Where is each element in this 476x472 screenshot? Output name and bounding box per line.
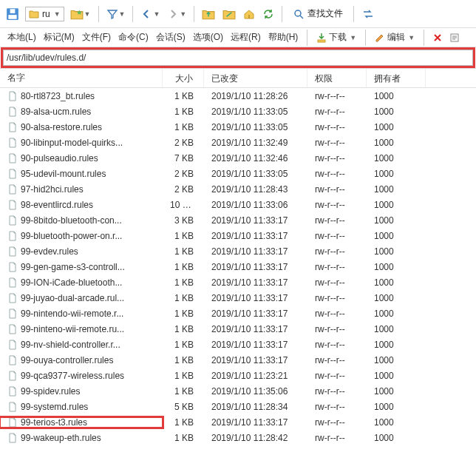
cell-size: 1 KB xyxy=(163,355,204,365)
table-row[interactable]: 90-alsa-restore.rules1 KB2019/1/10 11:33… xyxy=(0,119,476,135)
menu-help[interactable]: 帮助(H) xyxy=(265,30,302,45)
table-row[interactable]: 80-rtl8723_bt.rules1 KB2019/1/10 11:28:2… xyxy=(0,88,476,104)
file-icon xyxy=(7,138,18,148)
properties-button[interactable] xyxy=(446,31,463,44)
back-button[interactable]: ▼ xyxy=(139,5,161,23)
root-dir-button[interactable] xyxy=(221,5,237,23)
cell-perm: rw-r--r-- xyxy=(307,215,367,226)
cell-size: 1 KB xyxy=(163,371,204,381)
cell-date: 2019/1/10 11:33:17 xyxy=(204,277,307,288)
cell-name: 99-nintendo-wii-remote.r... xyxy=(0,309,163,319)
svg-rect-5 xyxy=(318,40,325,42)
cell-owner: 1000 xyxy=(367,107,426,117)
file-icon xyxy=(7,169,18,179)
table-row[interactable]: 99-8bitdo-bluetooth-con...3 KB2019/1/10 … xyxy=(0,212,476,228)
table-row[interactable]: 99-wakeup-eth.rules1 KB2019/1/10 11:28:4… xyxy=(0,430,476,445)
file-icon xyxy=(7,277,18,288)
table-row[interactable]: 99-nintendo-wii-remote.r...1 KB2019/1/10… xyxy=(0,306,476,321)
cell-owner: 1000 xyxy=(367,386,426,397)
edit-button[interactable]: 编辑 ▼ xyxy=(372,30,418,45)
cell-perm: rw-r--r-- xyxy=(307,324,367,334)
table-row[interactable]: 99-ninteno-wii-remote.ru...1 KB2019/1/10… xyxy=(0,321,476,337)
table-row[interactable]: 99-nv-shield-controller.r...1 KB2019/1/1… xyxy=(0,337,476,352)
separator xyxy=(282,6,282,22)
home-dir-button[interactable] xyxy=(242,5,256,23)
delete-button[interactable] xyxy=(430,32,445,44)
cell-owner: 1000 xyxy=(367,231,426,241)
cell-owner: 1000 xyxy=(367,371,426,381)
table-row[interactable]: 99-systemd.rules5 KB2019/1/10 11:28:34rw… xyxy=(0,399,476,414)
table-row[interactable]: 99-gen-game-s3-controll...1 KB2019/1/10 … xyxy=(0,259,476,274)
cell-date: 2019/1/10 11:33:17 xyxy=(204,215,307,226)
cell-name: 99-nv-shield-controller.r... xyxy=(0,340,163,350)
file-name-text: 99-8bitdo-bluetooth-con... xyxy=(21,215,122,226)
download-button[interactable]: 下载 ▼ xyxy=(313,30,359,45)
cell-owner: 1000 xyxy=(367,309,426,319)
file-name-text: 90-libinput-model-quirks... xyxy=(21,138,123,148)
menu-local[interactable]: 本地(L) xyxy=(4,30,39,45)
find-files-button[interactable]: 查找文件 xyxy=(288,5,347,23)
session-save-button[interactable] xyxy=(4,5,21,23)
table-row[interactable]: 90-pulseaudio.rules7 KB2019/1/10 11:32:4… xyxy=(0,150,476,166)
parent-dir-button[interactable] xyxy=(200,5,217,23)
table-row[interactable]: 99-spidev.rules1 KB2019/1/10 11:35:06rw-… xyxy=(0,383,476,399)
file-icon xyxy=(7,340,18,350)
file-icon xyxy=(7,293,18,303)
table-row[interactable]: 97-hid2hci.rules2 KB2019/1/10 11:28:43rw… xyxy=(0,181,476,197)
new-tab-button[interactable]: ▼ xyxy=(69,5,92,23)
table-row[interactable]: 89-alsa-ucm.rules1 KB2019/1/10 11:33:05r… xyxy=(0,104,476,119)
menu-remote[interactable]: 远程(R) xyxy=(228,30,264,45)
chevron-down-icon: ▼ xyxy=(408,34,415,41)
sync-button[interactable] xyxy=(360,5,376,23)
file-icon xyxy=(7,231,18,241)
header-changed[interactable]: 已改变 xyxy=(204,69,307,87)
cell-perm: rw-r--r-- xyxy=(307,169,367,179)
cell-owner: 1000 xyxy=(367,417,426,428)
path-text: /usr/lib/udev/rules.d/ xyxy=(7,53,86,63)
table-row[interactable]: 99-bluetooth-power-on.r...1 KB2019/1/10 … xyxy=(0,228,476,243)
table-row[interactable]: 95-udevil-mount.rules2 KB2019/1/10 11:33… xyxy=(0,166,476,181)
svg-rect-3 xyxy=(248,15,250,18)
table-row[interactable]: 99-ION-iCade-bluetooth...1 KB2019/1/10 1… xyxy=(0,274,476,290)
menu-mark[interactable]: 标记(M) xyxy=(41,30,78,45)
menu-options[interactable]: 选项(O) xyxy=(190,30,226,45)
table-row[interactable]: 99-juyao-dual-arcade.rul...1 KB2019/1/10… xyxy=(0,290,476,306)
file-icon xyxy=(7,200,18,210)
cell-name: 99-terios-t3.rules xyxy=(0,417,163,428)
file-name-text: 95-udevil-mount.rules xyxy=(21,169,106,179)
table-row[interactable]: 99-qca9377-wireless.rules1 KB2019/1/10 1… xyxy=(0,368,476,383)
menu-commands[interactable]: 命令(C) xyxy=(115,30,152,45)
menu-files[interactable]: 文件(F) xyxy=(79,30,114,45)
header-owner[interactable]: 拥有者 xyxy=(367,69,426,87)
cell-perm: rw-r--r-- xyxy=(307,122,367,132)
cell-name: 99-systemd.rules xyxy=(0,402,163,412)
cell-owner: 1000 xyxy=(367,91,426,101)
address-combo[interactable]: ru ▼ xyxy=(25,7,64,21)
header-perm[interactable]: 权限 xyxy=(307,69,367,87)
cell-perm: rw-r--r-- xyxy=(307,417,367,428)
table-row[interactable]: 99-evdev.rules1 KB2019/1/10 11:33:17rw-r… xyxy=(0,243,476,259)
table-row[interactable]: 90-libinput-model-quirks...2 KB2019/1/10… xyxy=(0,135,476,150)
table-row[interactable]: 99-ouya-controller.rules1 KB2019/1/10 11… xyxy=(0,352,476,368)
header-size[interactable]: 大小 xyxy=(163,69,204,87)
filter-button[interactable]: ▼ xyxy=(105,5,127,23)
cell-name: 99-8bitdo-bluetooth-con... xyxy=(0,215,163,226)
file-name-text: 99-terios-t3.rules xyxy=(21,417,87,428)
pathbar-wrapper: /usr/lib/udev/rules.d/ xyxy=(0,47,476,69)
file-name-text: 99-ouya-controller.rules xyxy=(21,355,113,365)
folder-icon xyxy=(29,10,39,18)
table-row[interactable]: 98-eventlircd.rules10 KB2019/1/10 11:33:… xyxy=(0,197,476,212)
path-input[interactable]: /usr/lib/udev/rules.d/ xyxy=(3,50,473,66)
forward-button[interactable]: ▼ xyxy=(166,5,188,23)
file-icon xyxy=(7,122,18,132)
table-row[interactable]: 99-terios-t3.rules1 KB2019/1/10 11:33:17… xyxy=(0,414,476,430)
separator xyxy=(353,6,354,22)
cell-name: 99-spidev.rules xyxy=(0,386,163,397)
cell-name: 99-ouya-controller.rules xyxy=(0,355,163,365)
menu-bar: 本地(L) 标记(M) 文件(F) 命令(C) 会话(S) 选项(O) 远程(R… xyxy=(0,28,476,47)
menu-session[interactable]: 会话(S) xyxy=(153,30,188,45)
cell-name: 99-gen-game-s3-controll... xyxy=(0,262,163,272)
cell-name: 90-alsa-restore.rules xyxy=(0,122,163,132)
refresh-button[interactable] xyxy=(261,5,276,23)
header-name[interactable]: 名字 xyxy=(0,69,163,87)
